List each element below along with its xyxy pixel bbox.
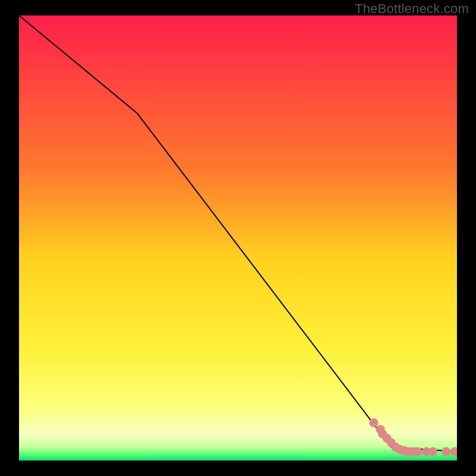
chart-frame: TheBottleneck.com [0,0,476,476]
gradient-background [19,15,457,461]
chart-plot-area [19,15,457,461]
scatter-dot [441,447,450,456]
scatter-dot [369,418,378,427]
watermark-text: TheBottleneck.com [355,1,469,17]
chart-svg [19,15,457,461]
scatter-dot [428,447,437,456]
scatter-dot [413,447,422,456]
